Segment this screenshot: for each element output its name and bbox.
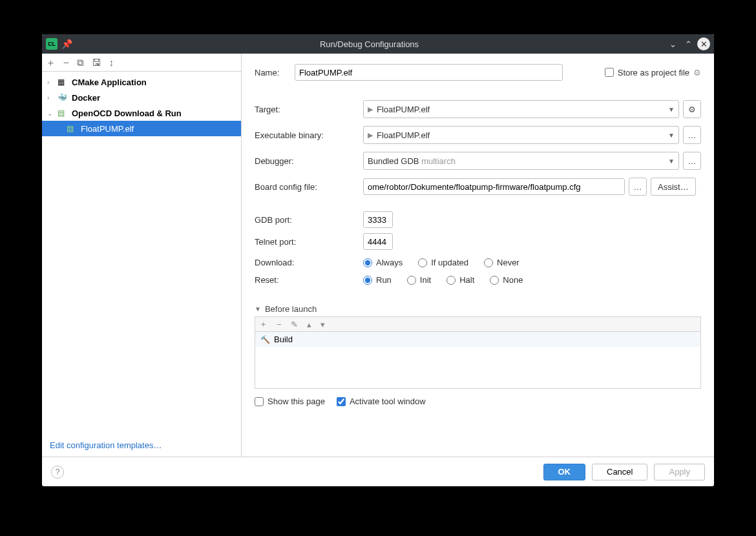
radio-label: Never: [497, 258, 520, 267]
tree-cmake[interactable]: › ▦ CMake Application: [42, 74, 241, 90]
chevron-right-icon: ›: [47, 94, 54, 101]
window-title: Run/Debug Configurations: [75, 39, 664, 49]
browse-button[interactable]: …: [683, 152, 701, 170]
gear-icon[interactable]: ⚙: [693, 68, 701, 77]
name-label: Name:: [255, 68, 295, 77]
caret-down-icon: ▼: [255, 305, 261, 313]
reset-none-radio[interactable]: [490, 276, 499, 285]
debugger-label: Debugger:: [255, 156, 363, 166]
app-icon: CL: [46, 38, 58, 50]
radio-label: Always: [376, 258, 403, 267]
activate-tool-checkbox[interactable]: [337, 397, 346, 406]
reset-label: Reset:: [255, 275, 363, 285]
tree-label: FloatPUMP.elf: [81, 124, 134, 134]
assist-button[interactable]: Assist…: [651, 178, 696, 196]
debugger-dropdown[interactable]: Bundled GDB multiarch ▼: [363, 152, 679, 170]
cancel-button[interactable]: Cancel: [592, 464, 647, 480]
reset-init-radio[interactable]: [407, 276, 416, 285]
close-icon[interactable]: ✕: [697, 37, 710, 50]
board-label: Board config file:: [255, 182, 363, 192]
save-icon[interactable]: 🖫: [92, 57, 101, 67]
telnet-port-input[interactable]: [363, 233, 393, 250]
radio-label: Run: [376, 275, 392, 285]
chevron-down-icon[interactable]: ⌄: [666, 37, 679, 50]
chevron-down-icon: ⌄: [47, 110, 54, 117]
tree-docker[interactable]: › 🐳 Docker: [42, 90, 241, 105]
exec-dropdown[interactable]: ▶ FloatPUMP.elf ▼: [363, 126, 679, 144]
dialog-window: CL 📌 Run/Debug Configurations ⌄ ⌃ ✕ ＋ − …: [42, 34, 714, 486]
dialog-footer: ? OK Cancel Apply: [42, 457, 714, 486]
chip-icon: ▤: [67, 124, 77, 133]
download-never-radio[interactable]: [484, 258, 493, 267]
store-label: Store as project file: [618, 68, 689, 77]
show-page-checkbox[interactable]: [255, 397, 264, 406]
down-icon[interactable]: ▾: [320, 320, 325, 329]
gdb-port-input[interactable]: [363, 211, 393, 228]
edit-templates-link[interactable]: Edit configuration templates…: [50, 440, 162, 450]
tree-label: CMake Application: [72, 77, 147, 87]
radio-label: Halt: [459, 275, 474, 285]
dropdown-extra: multiarch: [421, 156, 456, 166]
sidebar-toolbar: ＋ − ⧉ 🖫 ↕: [42, 54, 241, 72]
remove-icon[interactable]: −: [63, 57, 69, 67]
radio-label: If updated: [431, 258, 468, 267]
chip-icon: ▤: [58, 108, 68, 118]
help-icon[interactable]: ?: [51, 466, 64, 479]
caret-down-icon: ▼: [668, 132, 675, 139]
ok-button[interactable]: OK: [543, 464, 586, 480]
form-panel: Name: Store as project file ⚙ Target: ▶ …: [242, 54, 714, 457]
hammer-icon: 🔨: [260, 335, 270, 344]
board-config-input[interactable]: [363, 178, 625, 195]
tree-label: OpenOCD Download & Run: [72, 108, 182, 118]
checkbox-label: Show this page: [268, 397, 325, 406]
exec-label: Executable binary:: [255, 130, 363, 140]
reset-run-radio[interactable]: [363, 276, 372, 285]
dropdown-value: FloatPUMP.elf: [377, 105, 668, 114]
tree-openocd[interactable]: ⌄ ▤ OpenOCD Download & Run: [42, 105, 241, 121]
dropdown-value: FloatPUMP.elf: [377, 130, 668, 140]
up-icon[interactable]: ▴: [307, 320, 311, 329]
store-checkbox[interactable]: [605, 68, 614, 77]
caret-down-icon: ▼: [668, 158, 675, 165]
list-item-label: Build: [274, 335, 293, 344]
copy-icon[interactable]: ⧉: [77, 57, 84, 67]
download-always-radio[interactable]: [363, 258, 372, 267]
browse-button[interactable]: …: [683, 126, 701, 144]
section-title: Before launch: [265, 304, 317, 314]
apply-button[interactable]: Apply: [654, 464, 705, 480]
chevron-up-icon[interactable]: ⌃: [682, 37, 695, 50]
chevron-right-icon: ›: [47, 79, 54, 86]
list-item[interactable]: 🔨 Build: [255, 332, 700, 347]
sidebar: ＋ − ⧉ 🖫 ↕ › ▦ CMake Application › 🐳 Dock…: [42, 54, 242, 457]
tree-selected-item[interactable]: ▤ FloatPUMP.elf: [42, 121, 241, 136]
add-icon[interactable]: ＋: [46, 57, 56, 67]
before-launch-list: 🔨 Build: [255, 332, 701, 389]
before-launch-toolbar: ＋ − ✎ ▴ ▾: [255, 316, 701, 332]
edit-icon[interactable]: ✎: [291, 320, 298, 329]
target-dropdown[interactable]: ▶ FloatPUMP.elf ▼: [363, 100, 679, 118]
checkbox-label: Activate tool window: [350, 397, 426, 406]
target-icon: ▶: [368, 105, 373, 114]
browse-button[interactable]: …: [629, 178, 647, 196]
radio-label: Init: [420, 275, 431, 285]
download-ifupdated-radio[interactable]: [418, 258, 427, 267]
dropdown-value: Bundled GDB: [368, 156, 419, 166]
name-input[interactable]: [295, 64, 563, 81]
cmake-icon: ▦: [58, 77, 68, 87]
pin-icon[interactable]: 📌: [61, 39, 72, 49]
titlebar: CL 📌 Run/Debug Configurations ⌄ ⌃ ✕: [42, 34, 714, 54]
tree-label: Docker: [72, 93, 100, 103]
add-icon[interactable]: ＋: [259, 318, 268, 330]
config-tree: › ▦ CMake Application › 🐳 Docker ⌄ ▤ Ope…: [42, 72, 241, 434]
remove-icon[interactable]: −: [277, 320, 282, 329]
sort-icon[interactable]: ↕: [109, 57, 114, 67]
binary-icon: ▶: [368, 131, 373, 139]
caret-down-icon: ▼: [668, 106, 675, 113]
gdb-port-label: GDB port:: [255, 215, 363, 225]
before-launch-header[interactable]: ▼ Before launch: [255, 304, 701, 314]
target-label: Target:: [255, 105, 363, 114]
telnet-port-label: Telnet port:: [255, 237, 363, 247]
reset-halt-radio[interactable]: [446, 276, 456, 285]
radio-label: None: [503, 275, 523, 285]
gear-icon[interactable]: ⚙: [683, 100, 701, 118]
